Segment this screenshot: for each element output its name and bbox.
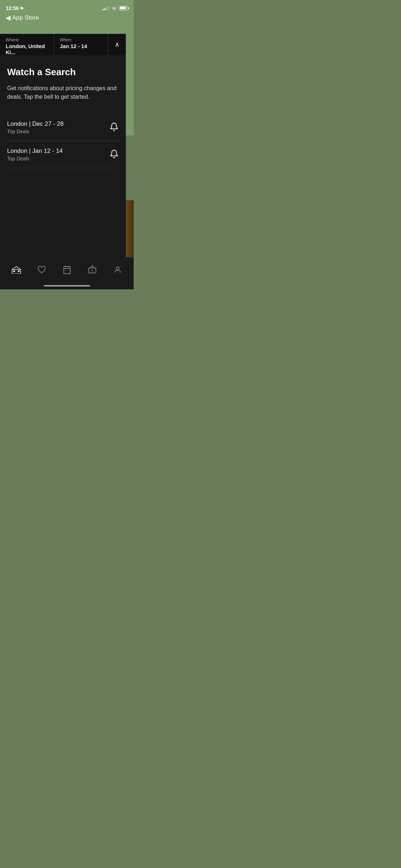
nav-hotels[interactable] xyxy=(4,266,29,274)
where-section[interactable]: Where: London, United Ki... xyxy=(0,34,54,55)
nav-saved[interactable] xyxy=(29,265,54,274)
svg-rect-2 xyxy=(18,270,20,272)
watch-description: Get notifications about pricing changes … xyxy=(7,84,119,101)
nav-deals[interactable] xyxy=(79,265,105,274)
search-header[interactable]: Where: London, United Ki... When: Jan 12… xyxy=(0,34,126,55)
app-store-bar[interactable]: ◀ App Store xyxy=(0,12,134,25)
watch-item-1[interactable]: London | Dec 27 - 28 Top Deals xyxy=(7,114,119,141)
home-indicator xyxy=(44,285,90,286)
trips-icon xyxy=(63,265,71,274)
modal-content: Watch a Search Get notifications about p… xyxy=(0,55,126,180)
heart-icon xyxy=(37,265,46,274)
deals-icon xyxy=(88,265,97,274)
watch-item-2-type: Top Deals xyxy=(7,156,63,161)
bottom-nav xyxy=(0,257,134,289)
watch-title: Watch a Search xyxy=(7,67,119,78)
signal-icon xyxy=(103,6,109,10)
watch-item-1-info: London | Dec 27 - 28 Top Deals xyxy=(7,120,63,134)
battery-icon xyxy=(119,6,128,10)
chevron-up-icon: ∧ xyxy=(115,41,119,48)
wifi-icon xyxy=(111,5,117,11)
watch-item-1-type: Top Deals xyxy=(7,129,63,134)
bell-button-1[interactable] xyxy=(109,122,119,133)
status-bar: 12:56 ▶ xyxy=(0,0,134,12)
watch-item-2-info: London | Jan 12 - 14 Top Deals xyxy=(7,148,63,161)
hotel-icon xyxy=(12,266,21,274)
back-arrow-icon: ◀ xyxy=(6,14,11,22)
where-label: Where: xyxy=(6,37,48,42)
modal-overlay: Where: London, United Ki... When: Jan 12… xyxy=(0,34,126,289)
when-value: Jan 12 - 14 xyxy=(60,43,102,49)
svg-point-12 xyxy=(116,267,119,270)
watch-item-1-location: London | Dec 27 - 28 xyxy=(7,120,63,128)
app-store-label: App Store xyxy=(12,14,39,21)
location-arrow-icon: ▶ xyxy=(21,6,24,10)
svg-rect-5 xyxy=(64,267,70,274)
watch-item-2[interactable]: London | Jan 12 - 14 Top Deals xyxy=(7,141,119,168)
when-label: When: xyxy=(60,37,102,42)
svg-rect-1 xyxy=(13,270,15,272)
chevron-up-button[interactable]: ∧ xyxy=(108,34,126,55)
nav-trips[interactable] xyxy=(54,265,79,274)
bell-button-2[interactable] xyxy=(109,149,119,160)
when-section[interactable]: When: Jan 12 - 14 xyxy=(54,34,108,55)
watch-item-2-location: London | Jan 12 - 14 xyxy=(7,148,63,155)
bell-icon-1 xyxy=(109,122,119,131)
where-value: London, United Ki... xyxy=(6,43,48,55)
nav-profile[interactable] xyxy=(105,265,130,274)
time-display: 12:56 xyxy=(6,5,19,11)
profile-icon xyxy=(113,265,122,274)
bell-icon-2 xyxy=(109,149,119,159)
